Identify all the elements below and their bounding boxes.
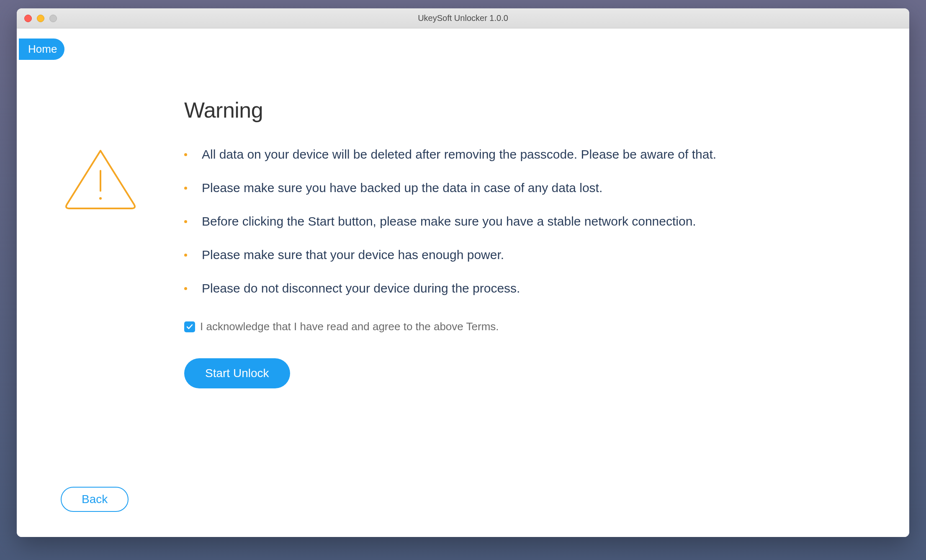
app-window: UkeySoft Unlocker 1.0.0 Home Warning All…	[17, 8, 909, 537]
acknowledge-label: I acknowledge that I have read and agree…	[200, 320, 499, 333]
list-item: Before clicking the Start button, please…	[184, 213, 909, 230]
back-button[interactable]: Back	[61, 487, 129, 512]
acknowledge-checkbox[interactable]	[184, 321, 195, 332]
main-panel: Warning All data on your device will be …	[17, 28, 909, 388]
window-title: UkeySoft Unlocker 1.0.0	[17, 13, 909, 23]
start-unlock-button[interactable]: Start Unlock	[184, 358, 290, 388]
start-unlock-label: Start Unlock	[205, 367, 269, 380]
list-item: Please make sure you have backed up the …	[184, 179, 909, 197]
list-item: Please do not disconnect your device dur…	[184, 280, 909, 297]
warning-list: All data on your device will be deleted …	[184, 146, 909, 297]
list-item: All data on your device will be deleted …	[184, 146, 909, 163]
titlebar: UkeySoft Unlocker 1.0.0	[17, 8, 909, 28]
content-area: Home Warning All data on your device wil…	[17, 28, 909, 537]
maximize-window-icon[interactable]	[49, 15, 57, 22]
list-item: Please make sure that your device has en…	[184, 246, 909, 264]
warning-icon	[63, 146, 138, 214]
window-controls	[24, 15, 57, 22]
acknowledge-row: I acknowledge that I have read and agree…	[184, 320, 909, 333]
svg-point-1	[99, 197, 102, 200]
back-button-label: Back	[82, 493, 108, 506]
minimize-window-icon[interactable]	[37, 15, 44, 22]
check-icon	[186, 323, 193, 331]
close-window-icon[interactable]	[24, 15, 32, 22]
page-heading: Warning	[184, 98, 909, 123]
